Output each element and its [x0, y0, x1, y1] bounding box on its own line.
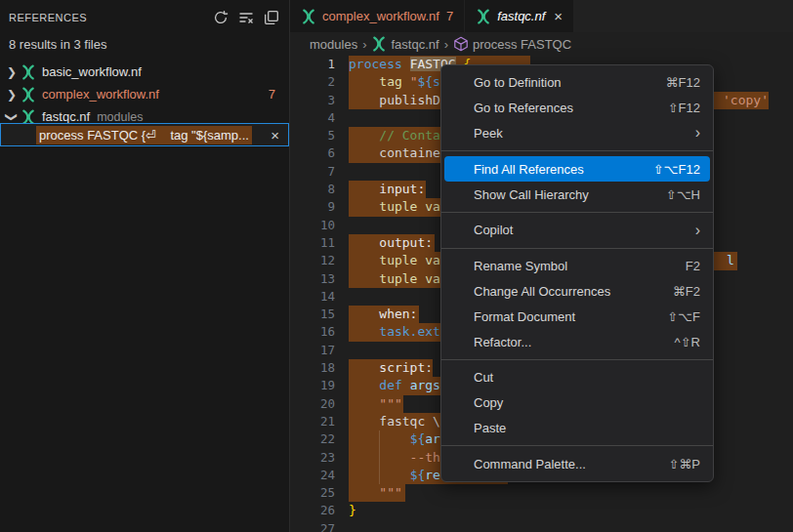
- code-token: args: [410, 378, 440, 392]
- references-panel-header: REFERENCES: [0, 0, 289, 34]
- reference-result-text: process FASTQC {⏎ tag "${samp...: [36, 126, 252, 144]
- line-content: """: [349, 484, 793, 502]
- menu-item-shortcut: ⇧F12: [668, 101, 700, 115]
- menu-item-command-palette[interactable]: Command Palette...⇧⌘P: [441, 451, 713, 476]
- breadcrumb-separator: ›: [362, 37, 366, 52]
- code-token: containe: [349, 145, 440, 160]
- clear-all-icon[interactable]: [238, 10, 254, 25]
- code-token: re: [425, 468, 440, 482]
- nextflow-file-icon: [371, 36, 387, 52]
- menu-item-label: Paste: [474, 421, 700, 435]
- code-line[interactable]: 27: [290, 520, 793, 532]
- line-number: 10: [290, 217, 335, 234]
- menu-item-shortcut: ⇧⌘P: [668, 457, 700, 471]
- tab-label: complex_workflow.nf: [322, 9, 439, 23]
- nextflow-file-icon: [301, 9, 316, 24]
- references-panel: REFERENCES 8 results in 3 files ❯ basic_…: [0, 0, 290, 532]
- menu-item-shortcut: ⇧⌥F12: [653, 162, 700, 177]
- menu-item-label: Refactor...: [474, 335, 663, 349]
- line-number: 24: [290, 467, 335, 484]
- menu-item-shortcut: ⇧⌥H: [666, 187, 700, 202]
- file-row-complex-workflow[interactable]: ❯ complex_workflow.nf 7: [0, 83, 289, 105]
- symbol-namespace-icon: [453, 36, 469, 52]
- code-token: task.ext: [349, 324, 440, 339]
- line-number: 5: [290, 127, 335, 144]
- chevron-right-icon[interactable]: ❯: [3, 66, 21, 78]
- reference-result-selected[interactable]: process FASTQC {⏎ tag "${samp... ×: [0, 123, 289, 146]
- menu-separator: [441, 248, 713, 249]
- menu-item-show-call-hierarchy[interactable]: Show Call Hierarchy⇧⌥H: [441, 182, 713, 207]
- code-line[interactable]: 26}: [290, 502, 793, 519]
- code-line[interactable]: 25 """: [290, 484, 793, 502]
- code-token: [349, 431, 410, 446]
- menu-item-paste[interactable]: Paste: [441, 416, 713, 441]
- code-token: ar: [425, 431, 440, 446]
- breadcrumb: modules › fastqc.nf › process FASTQC: [290, 32, 793, 56]
- menu-item-find-all-references[interactable]: Find All References⇧⌥F12: [444, 156, 710, 182]
- context-menu: Go to Definition⌘F12Go to References⇧F12…: [440, 64, 714, 482]
- file-row-basic-workflow[interactable]: ❯ basic_workflow.nf: [0, 61, 289, 83]
- breadcrumb-symbol-label: process FASTQC: [473, 37, 571, 52]
- menu-item-refactor[interactable]: Refactor...^⇧R: [441, 329, 713, 354]
- menu-item-go-to-definition[interactable]: Go to Definition⌘F12: [441, 70, 713, 96]
- file-name: complex_workflow.nf: [42, 87, 159, 102]
- code-token: }: [349, 503, 356, 517]
- panel-actions: [213, 10, 279, 25]
- code-token: // Conta: [349, 128, 440, 143]
- line-number: 3: [290, 92, 335, 109]
- line-number: 13: [290, 270, 335, 288]
- menu-item-label: Change All Occurrences: [474, 284, 661, 299]
- line-content: [349, 520, 793, 532]
- menu-item-go-to-references[interactable]: Go to References⇧F12: [441, 96, 713, 121]
- results-summary: 8 results in 3 files: [0, 34, 289, 61]
- file-path-description: modules: [97, 110, 143, 124]
- line-number: 14: [290, 288, 335, 306]
- code-token: fastqc \: [349, 414, 440, 429]
- menu-item-cut[interactable]: Cut: [441, 365, 713, 390]
- menu-item-label: Peek: [474, 126, 684, 141]
- menu-separator: [441, 150, 713, 151]
- menu-item-copy[interactable]: Copy: [441, 390, 713, 416]
- menu-item-change-all-occurrences[interactable]: Change All Occurrences⌘F2: [441, 279, 713, 305]
- tab-complex-workflow[interactable]: complex_workflow.nf 7: [290, 0, 464, 32]
- line-number: 27: [290, 520, 335, 532]
- line-number: 1: [290, 56, 335, 73]
- panel-title: REFERENCES: [9, 12, 213, 23]
- menu-item-shortcut: F2: [686, 259, 700, 273]
- refresh-icon[interactable]: [213, 10, 229, 25]
- menu-item-shortcut: ^⇧R: [675, 335, 700, 349]
- code-token-tail: l: [727, 252, 734, 269]
- menu-item-format-document[interactable]: Format Document⇧⌥F: [441, 304, 713, 329]
- line-number: 7: [290, 163, 335, 181]
- breadcrumb-item-symbol[interactable]: process FASTQC: [453, 36, 571, 52]
- breadcrumb-item-modules[interactable]: modules: [310, 37, 357, 52]
- menu-item-copilot[interactable]: Copilot›: [441, 218, 713, 243]
- code-token: process: [349, 57, 410, 71]
- editor-group: complex_workflow.nf 7 fastqc.nf × module…: [290, 0, 793, 532]
- code-token: tag: [349, 74, 410, 89]
- menu-item-shortcut: ⌘F12: [666, 75, 700, 90]
- line-number: 25: [290, 484, 335, 502]
- line-number: 6: [290, 144, 335, 162]
- line-number: 18: [290, 359, 335, 377]
- menu-separator: [441, 212, 713, 213]
- menu-item-label: Find All References: [474, 162, 642, 177]
- line-number: 23: [290, 449, 335, 467]
- menu-item-rename-symbol[interactable]: Rename SymbolF2: [441, 254, 713, 279]
- line-number: 20: [290, 395, 335, 413]
- chevron-right-icon[interactable]: ❯: [3, 89, 21, 101]
- code-token: when:: [349, 307, 417, 321]
- tab-fastqc[interactable]: fastqc.nf ×: [465, 0, 573, 32]
- menu-item-label: Copilot: [474, 223, 684, 237]
- submenu-chevron-icon: ›: [695, 125, 700, 141]
- collapse-all-icon[interactable]: [264, 10, 279, 25]
- close-tab-icon[interactable]: ×: [554, 9, 563, 23]
- code-token: tuple va: [349, 271, 440, 286]
- dismiss-result-icon[interactable]: ×: [271, 128, 279, 143]
- breadcrumb-item-file[interactable]: fastqc.nf: [371, 36, 438, 52]
- line-number: 22: [290, 430, 335, 448]
- menu-item-label: Command Palette...: [474, 457, 656, 471]
- menu-item-peek[interactable]: Peek›: [441, 121, 713, 146]
- line-number: 26: [290, 502, 335, 519]
- menu-separator: [441, 445, 713, 446]
